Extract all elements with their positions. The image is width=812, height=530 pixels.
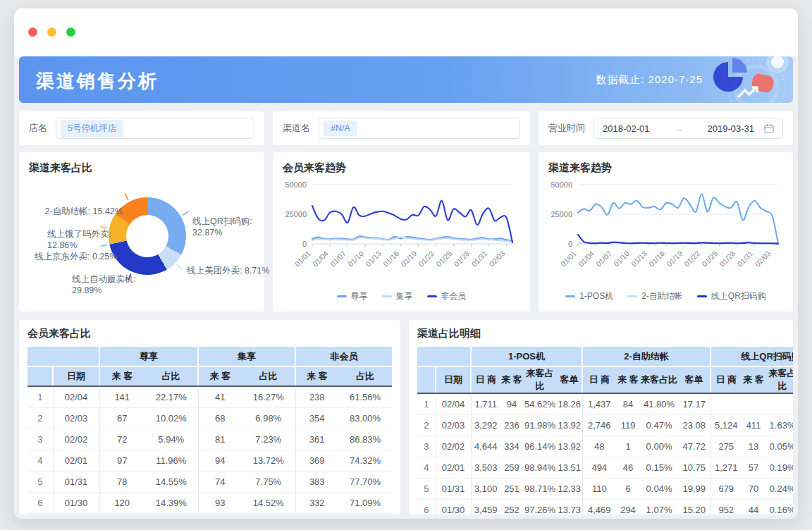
slice-label-jd: 线上京东外卖: 0.25% [35,251,128,262]
minimize-button-icon[interactable] [47,27,56,37]
member-trend-panel: 会员来客趋势 5000025000001/0101/0401/0701/1001… [273,152,530,312]
legend-label: 线上QR扫码购 [711,290,766,302]
svg-text:25000: 25000 [285,210,307,218]
sub-header-row: 日期 来 客 占比 来 客 占比 来 客 占比 [27,366,392,386]
column-header: 占比 [242,366,295,386]
legend-dash-icon [337,295,347,297]
svg-text:50000: 50000 [550,180,572,189]
table-row: 402/013,50325998.94%13.51494460.15%10.75… [417,457,793,478]
column-header: 来 客 [295,366,338,386]
legend-dash-icon [382,295,392,297]
table-row: 501/317814.55%747.75%38377.70% [27,471,392,492]
channel-detail-table-panel: 渠道占比明细 1-POS机 2-自 [409,320,793,514]
member-trend-title: 会员来客趋势 [283,161,346,175]
svg-text:01/22: 01/22 [682,249,701,268]
legend-item[interactable]: 尊享 [337,290,368,302]
column-header: 客单 [678,366,710,393]
svg-text:01/16: 01/16 [381,249,400,268]
svg-text:01/13: 01/13 [364,249,383,268]
tables-row: 会员来客占比 尊享 集享 [19,320,793,514]
period-range-input[interactable]: 2018-02-01 → 2019-03-31 [593,118,783,139]
group-header: 集享 [198,347,295,366]
calendar-icon[interactable] [764,123,774,133]
legend-dash-icon [697,295,707,297]
legend-label: 1-POS机 [579,290,613,302]
legend-item[interactable]: 2-自助结帐 [627,290,683,302]
group-header: 2-自助结帐 [582,347,710,366]
charts-row: 渠道来客占比 2-自助结帐: 15.42% 线上QR扫码购: 32.87% 线上… [19,152,793,312]
slice-label-meituan: 线上美团外卖: 8.71% [187,265,274,276]
member-trend-chart: 5000025000001/0101/0401/0701/1001/1301/1… [280,178,519,289]
svg-text:01/01: 01/01 [559,249,578,268]
close-button-icon[interactable] [28,27,37,37]
svg-text:01/28: 01/28 [452,249,471,268]
svg-text:01/25: 01/25 [434,249,453,268]
channel-trend-panel: 渠道来客趋势 5000025000001/0101/0401/0701/1001… [539,152,793,312]
slice-label-qr: 线上QR扫码购: 32.87% [192,216,266,239]
column-header: 来 客 [500,366,523,393]
legend-label: 尊享 [351,290,368,302]
dashboard-content: 渠道销售分析 数据截止: 2020-7-25 店名 [14,56,798,519]
channel-filter-input[interactable]: #N/A [319,118,520,139]
svg-text:01/07: 01/07 [328,249,347,268]
channel-detail-table: 1-POS机 2-自助结帐 线上QR扫码购 日期 日 商 来 客 来客占比 客单 [417,347,793,514]
column-header: 客单 [557,366,582,393]
column-header: 来客占比 [640,366,678,393]
svg-text:02/03: 02/03 [487,249,506,268]
column-header: 来 客 [99,366,144,386]
svg-text:01/19: 01/19 [399,249,418,268]
column-header: 来 客 [198,366,242,386]
column-header: 日 商 [471,366,500,393]
table-row: 302/024,64433496.14%13.924810.00%47.7227… [417,436,793,457]
svg-text:01/16: 01/16 [647,249,666,268]
legend-item[interactable]: 集享 [382,290,413,302]
table-row: 202/033,29223691.98%13.922,7461190.47%23… [417,414,793,436]
svg-text:25000: 25000 [550,210,572,218]
zoom-button-icon[interactable] [66,27,75,37]
member-share-table: 尊享 集享 非会员 日期 来 客 占比 来 客 占比 [27,347,392,514]
svg-text:02/03: 02/03 [753,249,772,268]
svg-text:01/28: 01/28 [718,249,737,268]
legend-item[interactable]: 非会员 [427,290,467,302]
slice-label-vending: 线上自动贩卖机: 29.89% [72,273,140,297]
table-row: 601/303,45925297.26%13.734,4692941.07%15… [417,499,793,514]
svg-text:50000: 50000 [285,180,307,189]
period-start-date[interactable]: 2018-02-01 [603,123,650,134]
page-title: 渠道销售分析 [36,69,159,94]
channel-filter-label: 渠道名 [283,122,310,135]
svg-text:01/19: 01/19 [665,249,684,268]
column-header: 来 客 [616,366,640,393]
channel-trend-chart: 5000025000001/0101/0401/0701/1001/1301/1… [546,178,785,289]
legend-item[interactable]: 线上QR扫码购 [697,290,766,302]
svg-text:01/25: 01/25 [700,249,719,268]
table-row: 102/041,7119454.62%18.261,4378441.80%17.… [417,393,793,414]
svg-text:01/22: 01/22 [417,249,436,268]
table-row: 601/3012014.39%9314.52%33271.09% [27,492,392,513]
table-row: 402/019711.96%9413.72%36974.32% [27,450,392,471]
donut-chart: 2-自助结帐: 15.42% 线上QR扫码购: 32.87% 线上饿了吗外卖: … [19,152,264,312]
slice-label-self-checkout: 2-自助结帐: 15.42% [26,206,123,217]
table-row: 202/036710.02%686.98%35483.00% [27,407,392,429]
column-header: 日期 [53,366,99,386]
legend-dash-icon [427,295,437,297]
sub-header-row: 日期 日 商 来 客 来客占比 客单 日 商 来 客 来客占比 客单 日 商 来 [417,366,793,393]
period-end-date[interactable]: 2019-03-31 [708,123,755,134]
header-decoration-graphic [687,56,793,103]
column-header: 来 客 [742,366,765,393]
svg-text:01/31: 01/31 [735,249,754,268]
group-header: 尊享 [99,347,198,366]
data-cutoff-label: 数据截止: [596,73,644,85]
channel-detail-table-title: 渠道占比明细 [417,327,793,340]
legend-dash-icon [565,295,575,297]
store-filter-input[interactable]: 5号停机坪店 [56,118,254,139]
legend-item[interactable]: 1-POS机 [565,290,613,302]
store-filter-tag[interactable]: 5号停机坪店 [61,120,123,137]
svg-text:01/01: 01/01 [293,249,312,268]
channel-filter-tag[interactable]: #N/A [324,121,357,136]
channel-filter-card: 渠道名 #N/A [273,111,530,145]
group-header: 线上QR扫码购 [710,347,793,366]
member-trend-legend: 尊享集享非会员 [273,290,530,302]
svg-text:01/10: 01/10 [612,249,631,268]
svg-text:01/04: 01/04 [577,249,596,268]
member-share-table-panel: 会员来客占比 尊享 集享 [19,320,400,514]
